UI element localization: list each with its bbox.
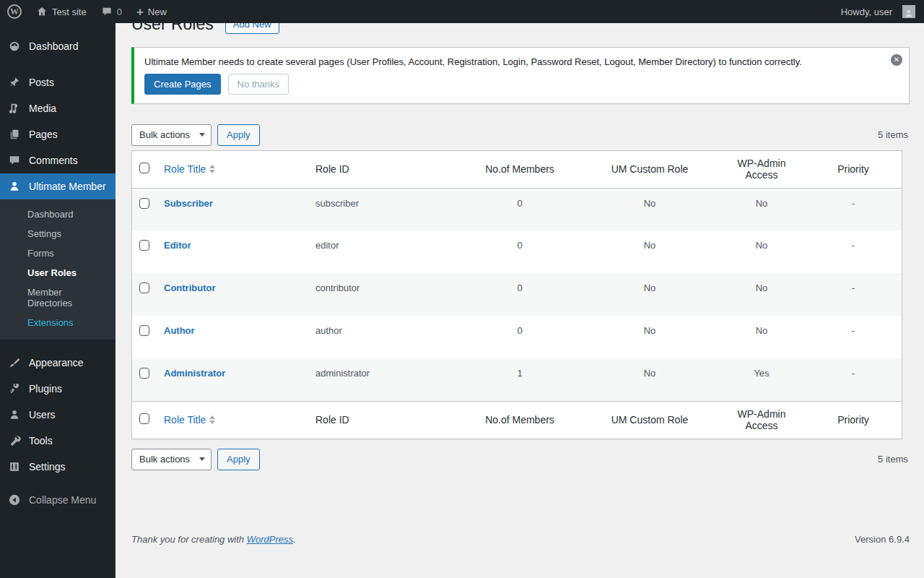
sidebar-item-settings[interactable]: Settings — [0, 454, 116, 480]
no-thanks-button[interactable]: No thanks — [228, 74, 289, 95]
table-row-subscriber: Subscriber subscriber 0 No No - — [132, 188, 902, 230]
sidebar-item-posts[interactable]: Posts — [0, 69, 116, 95]
sidebar-item-label: Ultimate Member — [29, 181, 106, 192]
sidebar-item-pages[interactable]: Pages — [0, 121, 116, 147]
row-checkbox[interactable] — [139, 282, 149, 293]
site-name-link[interactable]: Test site — [29, 0, 94, 23]
sidebar-item-media[interactable]: Media — [0, 95, 116, 121]
members-cell: 0 — [458, 230, 581, 273]
new-content-menu[interactable]: + New — [129, 0, 174, 23]
submenu-item-extensions[interactable]: Extensions — [0, 313, 116, 332]
admin-bar-left: W Test site 0 + New — [0, 0, 174, 23]
user-avatar — [902, 5, 915, 18]
bulk-actions-select[interactable]: Bulk actions — [131, 449, 212, 470]
comment-bubble-icon — [101, 6, 113, 17]
wordpress-link[interactable]: WordPress — [247, 534, 293, 545]
header-custom-role: UM Custom Role — [581, 150, 718, 188]
role-title-link[interactable]: Subscriber — [164, 198, 213, 209]
bulk-actions-select-wrap: Bulk actions — [131, 124, 212, 146]
sidebar-item-ultimate-member[interactable]: Ultimate Member — [0, 173, 116, 199]
submenu-item-user-roles[interactable]: User Roles — [0, 263, 116, 282]
settings-sliders-icon — [7, 460, 22, 474]
role-id-cell: editor — [308, 230, 458, 273]
sidebar-item-label: Plugins — [29, 383, 62, 394]
plus-icon: + — [136, 6, 144, 18]
row-checkbox[interactable] — [139, 198, 149, 209]
role-id-cell: author — [308, 316, 458, 358]
header-role-id: Role ID — [308, 150, 458, 188]
pages-icon — [7, 127, 22, 142]
apply-button[interactable]: Apply — [217, 449, 260, 470]
footer-thanks-text: Thank you for creating with WordPress. — [131, 534, 296, 545]
table-row-editor: Editor editor 0 No No - — [132, 230, 902, 273]
footer-thanks-prefix: Thank you for creating with — [131, 534, 247, 545]
dashboard-icon — [7, 39, 22, 53]
wp-admin-cell: No — [718, 188, 805, 230]
role-id-cell: subscriber — [308, 188, 458, 230]
new-label: New — [148, 7, 167, 17]
select-all-checkbox[interactable] — [139, 163, 149, 173]
row-checkbox[interactable] — [139, 368, 149, 379]
bulk-actions-select[interactable]: Bulk actions — [131, 124, 212, 146]
menu-separator — [0, 59, 116, 69]
role-title-link[interactable]: Editor — [164, 240, 191, 251]
howdy-label: Howdy, user — [841, 7, 892, 17]
members-cell: 1 — [458, 358, 581, 401]
comments-icon — [7, 153, 22, 168]
role-id-cell: administrator — [308, 358, 458, 401]
role-title-sort-link[interactable]: Role Title — [164, 163, 215, 175]
items-count: 5 items — [878, 129, 910, 140]
version-label: Version 6.9.4 — [855, 534, 910, 545]
wp-admin-cell: No — [718, 273, 805, 316]
admin-bar: W Test site 0 + New Howdy, user — [0, 0, 924, 23]
wordpress-logo-menu[interactable]: W — [0, 0, 29, 23]
sidebar-item-label: Pages — [29, 129, 58, 140]
sidebar-item-plugins[interactable]: Plugins — [0, 376, 116, 402]
collapse-menu-button[interactable]: Collapse Menu — [0, 487, 116, 513]
admin-bar-right: Howdy, user — [834, 0, 924, 23]
sidebar-item-users[interactable]: Users — [0, 402, 116, 428]
role-title-link[interactable]: Contributor — [164, 282, 215, 293]
my-account-link[interactable]: Howdy, user — [834, 0, 915, 23]
row-checkbox[interactable] — [139, 325, 149, 336]
create-pages-button[interactable]: Create Pages — [144, 74, 221, 95]
dismiss-notice-icon[interactable]: ✕ — [891, 54, 902, 66]
wp-admin-cell: No — [718, 230, 805, 273]
table-row-administrator: Administrator administrator 1 No Yes - — [132, 358, 902, 401]
submenu-item-dashboard[interactable]: Dashboard — [0, 204, 116, 224]
sidebar-item-label: Dashboard — [29, 40, 79, 52]
select-all-checkbox[interactable] — [139, 413, 149, 424]
role-title-cell: Author — [157, 316, 308, 358]
media-icon — [7, 101, 22, 116]
comments-admin-bar-link[interactable]: 0 — [94, 0, 129, 23]
submenu-item-forms[interactable]: Forms — [0, 243, 116, 263]
comments-count: 0 — [117, 7, 122, 17]
row-checkbox[interactable] — [139, 240, 149, 251]
role-title-link[interactable]: Administrator — [164, 368, 225, 379]
sidebar-item-appearance[interactable]: Appearance — [0, 350, 116, 376]
site-name-label: Test site — [52, 7, 87, 17]
notice-text: Ultimate Member needs to create several … — [144, 56, 881, 67]
priority-cell: - — [805, 230, 902, 273]
sidebar-item-label: Users — [29, 409, 56, 420]
menu-separator — [0, 340, 116, 350]
submenu-item-member-directories[interactable]: Member Directories — [0, 282, 116, 313]
row-checkbox-cell — [132, 316, 157, 358]
pushpin-icon — [7, 75, 22, 90]
wrench-icon — [7, 434, 22, 448]
priority-cell: - — [805, 358, 902, 401]
priority-cell: - — [805, 273, 902, 316]
role-title-link[interactable]: Author — [164, 325, 195, 336]
sidebar-item-dashboard[interactable]: Dashboard — [0, 33, 116, 59]
sidebar-item-comments[interactable]: Comments — [0, 147, 116, 173]
role-title-sort-link[interactable]: Role Title — [164, 414, 215, 426]
header-role-title: Role Title — [157, 150, 308, 188]
sidebar-item-tools[interactable]: Tools — [0, 428, 116, 454]
avatar-person-icon — [904, 8, 914, 18]
home-icon — [36, 6, 48, 17]
sort-arrows-icon — [209, 415, 215, 424]
apply-button[interactable]: Apply — [217, 124, 260, 146]
submenu-item-settings[interactable]: Settings — [0, 224, 116, 243]
sidebar-item-label: Comments — [29, 155, 78, 166]
footer-role-id: Role ID — [308, 401, 458, 439]
